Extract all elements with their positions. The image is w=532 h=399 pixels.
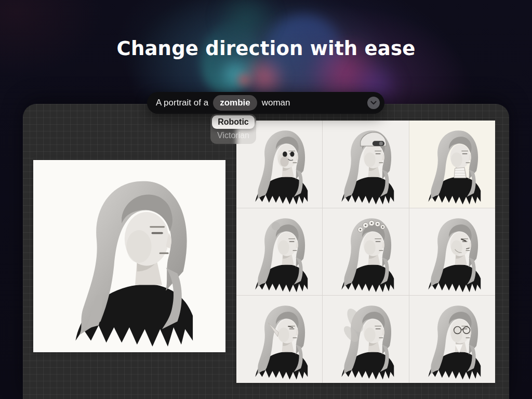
prompt-suffix: woman [262,98,290,108]
word-options-menu: Robotic Victorian [210,114,256,144]
variant-retro-portrait[interactable] [236,208,322,296]
prompt-prefix: A portrait of a [156,98,208,108]
variant-grid [236,121,495,383]
page-title: Change direction with ease [0,37,532,60]
variant-stern-portrait[interactable] [409,208,495,296]
nebula-ray [233,72,255,88]
variant-glasses-portrait[interactable] [409,296,495,383]
option-robotic[interactable]: Robotic [212,115,255,129]
variant-elf-portrait[interactable] [236,296,322,383]
chevron-down-icon[interactable] [367,97,380,109]
app-screen: Change direction with ease A portrait of… [0,0,532,399]
variant-flower-crown-portrait[interactable] [323,208,408,296]
variant-robotic-portrait[interactable] [323,121,408,208]
selected-word-pill[interactable]: zombie [213,95,257,111]
nebula-ray [217,56,255,94]
prompt-bar[interactable]: A portrait of a zombie woman [147,92,384,114]
variant-victorian-portrait[interactable] [409,121,495,208]
variant-fairy-portrait[interactable] [323,296,408,383]
option-victorian[interactable]: Victorian [212,129,255,142]
source-portrait-image[interactable] [33,160,225,352]
